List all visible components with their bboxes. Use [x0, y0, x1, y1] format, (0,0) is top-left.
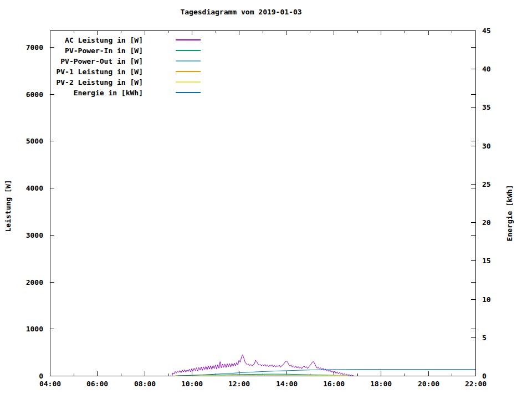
y1-tick-label: 6000 [26, 90, 43, 99]
legend-label: PV-Power-Out in [W] [49, 57, 143, 65]
y2-tick-label: 25 [482, 180, 491, 188]
legend-line-sample [176, 81, 201, 83]
legend-line-sample [176, 92, 201, 93]
legend-label: PV-1 Leistung in [W] [49, 68, 143, 76]
x-tick-label: 04:00 [39, 380, 61, 388]
x-tick-label: 20:00 [418, 380, 439, 388]
y2-tick-label: 10 [482, 295, 491, 304]
legend-line-sample [176, 71, 201, 72]
y1-tick-label: 2000 [26, 278, 43, 287]
legend-line-sample [176, 50, 201, 51]
legend-label: Energie in [kWh] [49, 89, 143, 97]
y2-tick-label: 5 [482, 334, 487, 342]
y1-tick-label: 0 [39, 372, 43, 380]
chart-canvas: Tagesdiagramm vom 2019-01-03 Leistung [W… [0, 0, 532, 399]
y2-tick-label: 35 [482, 103, 491, 111]
x-tick-label: 16:00 [323, 380, 345, 388]
y1-tick-label: 3000 [26, 231, 43, 239]
y2-tick-label: 45 [482, 27, 491, 35]
x-tick-label: 08:00 [134, 380, 156, 388]
legend-line-sample [176, 39, 201, 40]
y1-tick-label: 1000 [26, 325, 43, 333]
y2-tick-label: 0 [482, 372, 487, 380]
x-tick-label: 06:00 [86, 380, 108, 388]
legend-label: PV-2 Leistung in [W] [49, 78, 143, 86]
legend-label: AC Leistung in [W] [49, 36, 143, 44]
series-pv-2-leistung-in-w [175, 375, 347, 376]
legend-line-sample [176, 60, 201, 62]
x-tick-label: 14:00 [276, 380, 298, 388]
y2-tick-label: 15 [482, 257, 491, 265]
y2-tick-label: 20 [482, 218, 491, 227]
series-ac-leistung-in-w [172, 355, 354, 376]
y2-tick-label: 40 [482, 65, 491, 73]
x-tick-label: 12:00 [228, 380, 250, 388]
x-tick-label: 10:00 [181, 380, 203, 388]
x-tick-label: 22:00 [465, 380, 487, 388]
y1-tick-label: 7000 [26, 43, 43, 52]
x-tick-label: 18:00 [370, 380, 392, 388]
y1-tick-label: 4000 [26, 184, 43, 192]
y1-tick-label: 5000 [26, 137, 43, 145]
y2-tick-label: 30 [482, 142, 491, 150]
legend-label: PV-Power-In in [W] [49, 47, 143, 55]
